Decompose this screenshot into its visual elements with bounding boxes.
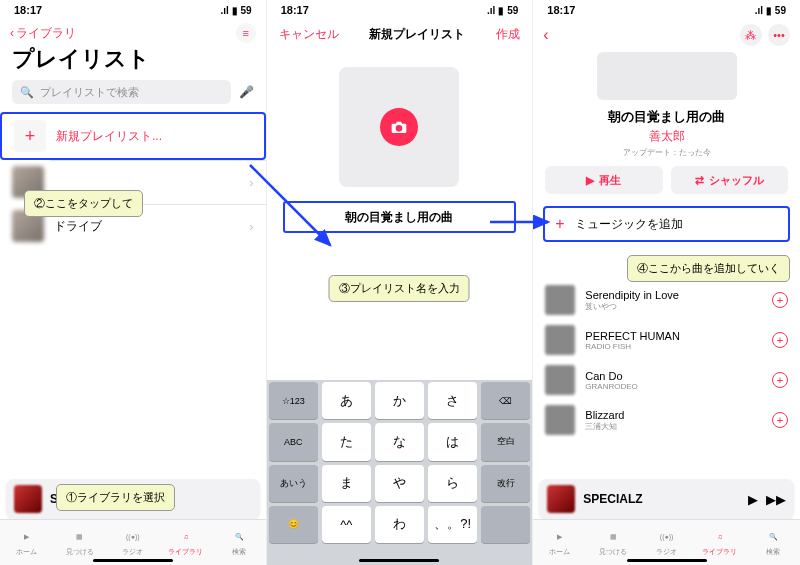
panel-2-new-playlist: 18:17 .ıl ▮ 59 キャンセル 新規プレイリスト 作成 朝の目覚まし用…: [267, 0, 534, 565]
panel-1-library: 18:17 .ıl ▮ 59 ‹ ライブラリ ≡ プレイリスト 🔍 プレイリスト…: [0, 0, 267, 565]
radio-icon: ((●)): [124, 529, 142, 545]
song-artist: GRANRODEO: [585, 382, 762, 391]
song-row[interactable]: Can DoGRANRODEO +: [533, 360, 800, 400]
home-indicator[interactable]: [359, 559, 439, 562]
space-key[interactable]: 空白: [481, 423, 530, 460]
tab-home[interactable]: ▶ホーム: [533, 520, 586, 565]
emoji-key[interactable]: 😊: [269, 506, 318, 543]
create-button[interactable]: 作成: [496, 26, 520, 43]
grid-icon: ▦: [71, 529, 89, 545]
search-icon: 🔍: [20, 86, 34, 99]
playlist-updated: アップデート：たった今: [533, 147, 800, 158]
key[interactable]: ☆123: [269, 382, 318, 419]
playlist-author[interactable]: 善太郎: [533, 128, 800, 145]
nav-row: ‹ ⁂ •••: [533, 20, 800, 50]
status-time: 18:17: [14, 4, 42, 16]
add-song-icon[interactable]: +: [772, 372, 788, 388]
next-icon[interactable]: ▶▶: [766, 492, 786, 507]
song-title: PERFECT HUMAN: [585, 330, 762, 342]
key[interactable]: 、。?!: [428, 506, 477, 543]
key[interactable]: あ: [322, 382, 371, 419]
key[interactable]: た: [322, 423, 371, 460]
cancel-button[interactable]: キャンセル: [279, 26, 339, 43]
collaborate-icon[interactable]: ⁂: [740, 24, 762, 46]
library-icon: ♫: [177, 529, 195, 545]
play-button[interactable]: ▶再生: [545, 166, 662, 194]
shuffle-button[interactable]: ⇄シャッフル: [671, 166, 788, 194]
chevron-right-icon: ›: [249, 219, 253, 234]
key[interactable]: か: [375, 382, 424, 419]
add-song-icon[interactable]: +: [772, 332, 788, 348]
sort-icon[interactable]: ≡: [236, 23, 256, 43]
song-thumb: [545, 365, 575, 395]
key[interactable]: さ: [428, 382, 477, 419]
chevron-right-icon: ›: [249, 175, 253, 190]
search-input[interactable]: 🔍 プレイリストで検索: [12, 80, 231, 104]
playlist-artwork: [597, 52, 737, 100]
song-title: Blizzard: [585, 409, 762, 421]
back-button[interactable]: ‹: [543, 26, 548, 44]
status-icons: .ıl ▮ 59: [220, 5, 251, 16]
modal-nav: キャンセル 新規プレイリスト 作成: [267, 20, 533, 49]
shuffle-icon: ⇄: [695, 174, 704, 187]
miniplayer[interactable]: SPECIALZ ▶ ▶▶: [539, 479, 794, 519]
playlist-name-input[interactable]: 朝の目覚まし用の曲: [283, 201, 517, 233]
tab-search[interactable]: 🔍検索: [747, 520, 800, 565]
tab-search[interactable]: 🔍検索: [213, 520, 266, 565]
song-row[interactable]: Serendipity in Love笈いやつ +: [533, 280, 800, 320]
playlist-title: 朝の目覚まし用の曲: [533, 108, 800, 126]
home-indicator[interactable]: [93, 559, 173, 562]
play-icon: ▶: [586, 174, 594, 187]
tab-home[interactable]: ▶ホーム: [0, 520, 53, 565]
key[interactable]: ABC: [269, 423, 318, 460]
new-playlist-label: 新規プレイリスト...: [56, 128, 252, 145]
modal-title: 新規プレイリスト: [369, 26, 465, 43]
keyboard[interactable]: ☆123 あ か さ ⌫ ABC た な は 空白 あいう ま や ら 改行 😊…: [267, 380, 533, 565]
callout-4: ④ここから曲を追加していく: [627, 255, 790, 282]
dictate-icon[interactable]: 🎤: [239, 85, 254, 99]
radio-icon: ((●)): [658, 529, 676, 545]
playlist-artwork[interactable]: [339, 67, 459, 187]
miniplayer-art: [547, 485, 575, 513]
tab-bar: ▶ホーム ▦見つける ((●))ラジオ ♫ライブラリ 🔍検索: [533, 519, 800, 565]
backspace-key[interactable]: ⌫: [481, 382, 530, 419]
library-icon: ♫: [711, 529, 729, 545]
song-row[interactable]: PERFECT HUMANRADIO FISH +: [533, 320, 800, 360]
play-icon[interactable]: ▶: [748, 492, 758, 507]
more-icon[interactable]: •••: [768, 24, 790, 46]
song-artist: 笈いやつ: [585, 301, 762, 312]
search-placeholder: プレイリストで検索: [40, 85, 139, 100]
key[interactable]: や: [375, 465, 424, 502]
search-icon: 🔍: [230, 529, 248, 545]
tab-bar: ▶ホーム ▦見つける ((●))ラジオ ♫ライブラリ 🔍検索: [0, 519, 266, 565]
chevron-left-icon: ‹: [10, 26, 14, 40]
status-icons: .ıl ▮ 59: [487, 5, 518, 16]
back-button[interactable]: ‹ ライブラリ: [10, 25, 76, 42]
camera-icon: [380, 108, 418, 146]
home-indicator[interactable]: [627, 559, 707, 562]
add-music-row[interactable]: + ミュージックを追加: [543, 206, 790, 242]
add-song-icon[interactable]: +: [772, 412, 788, 428]
callout-1: ①ライブラリを選択: [56, 484, 175, 511]
status-bar: 18:17 .ıl ▮ 59: [0, 0, 266, 20]
callout-3: ③プレイリスト名を入力: [329, 275, 470, 302]
key[interactable]: わ: [375, 506, 424, 543]
key[interactable]: な: [375, 423, 424, 460]
miniplayer-art: [14, 485, 42, 513]
add-song-icon[interactable]: +: [772, 292, 788, 308]
key[interactable]: ^^: [322, 506, 371, 543]
song-row[interactable]: Blizzard三浦大知 +: [533, 400, 800, 440]
key[interactable]: [481, 506, 530, 543]
song-artist: RADIO FISH: [585, 342, 762, 351]
back-label: ライブラリ: [16, 25, 76, 42]
song-title: Can Do: [585, 370, 762, 382]
song-artist: 三浦大知: [585, 421, 762, 432]
key[interactable]: は: [428, 423, 477, 460]
return-key[interactable]: 改行: [481, 465, 530, 502]
miniplayer-title: SPECIALZ: [583, 492, 740, 506]
home-icon: ▶: [551, 529, 569, 545]
new-playlist-row[interactable]: + 新規プレイリスト...: [0, 112, 266, 160]
key[interactable]: ら: [428, 465, 477, 502]
key[interactable]: あいう: [269, 465, 318, 502]
key[interactable]: ま: [322, 465, 371, 502]
